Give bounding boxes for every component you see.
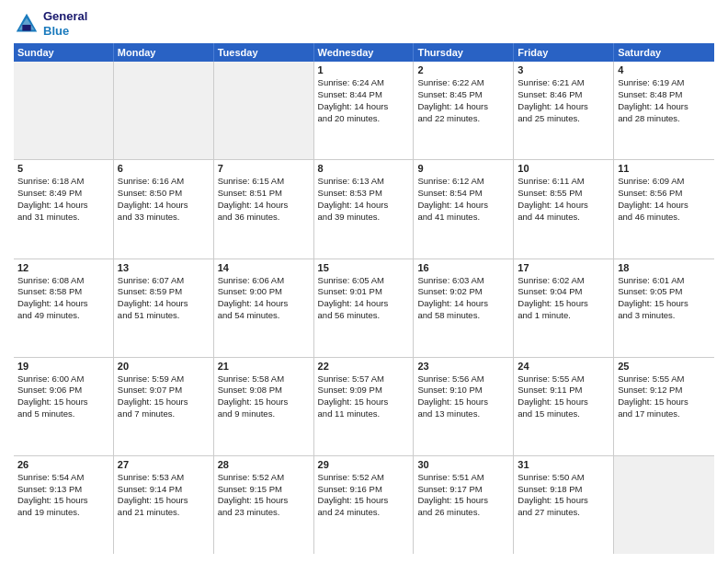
calendar-row: 5Sunrise: 6:18 AMSunset: 8:49 PMDaylight… [14,160,714,259]
cell-line: Sunset: 9:17 PM [417,484,509,496]
day-number: 15 [318,262,410,273]
cell-line: Sunset: 8:56 PM [618,188,711,200]
cell-line: Sunset: 9:08 PM [218,385,310,396]
cell-line: Daylight: 14 hours [118,298,210,310]
cell-line: Sunset: 8:58 PM [17,286,109,298]
calendar-cell [114,62,214,159]
day-number: 7 [218,163,310,174]
calendar-cell: 31Sunrise: 5:50 AMSunset: 9:18 PMDayligh… [514,456,614,554]
cell-line: Daylight: 14 hours [618,200,711,212]
cell-line: Sunset: 8:48 PM [618,89,711,101]
cell-line: Sunrise: 5:59 AM [118,373,210,385]
calendar-cell: 11Sunrise: 6:09 AMSunset: 8:56 PMDayligh… [614,160,714,258]
calendar-cell: 27Sunrise: 5:53 AMSunset: 9:14 PMDayligh… [114,456,214,554]
cell-line: Sunrise: 5:54 AM [17,472,109,484]
calendar-cell: 30Sunrise: 5:51 AMSunset: 9:17 PMDayligh… [414,456,514,554]
cell-line: Daylight: 15 hours [618,298,711,310]
cell-line: and 11 minutes. [318,408,410,420]
cell-line: Sunrise: 6:03 AM [417,275,509,287]
weekday-header: Wednesday [314,43,415,62]
cell-line: and 7 minutes. [118,408,210,420]
day-number: 13 [118,262,210,273]
calendar-cell: 29Sunrise: 5:52 AMSunset: 9:16 PMDayligh… [314,456,415,554]
cell-line: and 15 minutes. [518,408,609,420]
cell-line: Sunset: 8:50 PM [118,188,210,200]
calendar-cell: 20Sunrise: 5:59 AMSunset: 9:07 PMDayligh… [114,358,214,455]
calendar-cell [214,62,314,159]
cell-line: Sunset: 9:18 PM [518,484,609,496]
cell-line: Daylight: 14 hours [417,101,509,113]
cell-line: and 23 minutes. [218,507,310,519]
cell-line: and 22 minutes. [417,113,509,125]
cell-line: and 27 minutes. [518,507,609,519]
weekday-header: Monday [114,43,214,62]
day-number: 11 [618,163,711,174]
cell-line: and 36 minutes. [218,212,310,224]
cell-line: Daylight: 15 hours [17,495,109,507]
calendar-cell: 26Sunrise: 5:54 AMSunset: 9:13 PMDayligh… [14,456,114,554]
calendar-cell: 22Sunrise: 5:57 AMSunset: 9:09 PMDayligh… [314,358,415,455]
cell-line: Daylight: 14 hours [118,200,210,212]
calendar-cell: 3Sunrise: 6:21 AMSunset: 8:46 PMDaylight… [514,62,614,159]
day-number: 9 [417,163,509,174]
cell-line: Sunset: 9:12 PM [618,385,711,396]
day-number: 12 [17,262,109,273]
day-number: 25 [618,361,711,372]
calendar-row: 12Sunrise: 6:08 AMSunset: 8:58 PMDayligh… [14,259,714,358]
cell-line: Daylight: 14 hours [518,101,609,113]
calendar-body: 1Sunrise: 6:24 AMSunset: 8:44 PMDaylight… [14,62,714,554]
weekday-header: Sunday [14,43,114,62]
cell-line: and 46 minutes. [618,212,711,224]
cell-line: Daylight: 15 hours [518,495,609,507]
day-number: 10 [518,163,609,174]
cell-line: Daylight: 14 hours [318,298,410,310]
cell-line: Sunset: 9:04 PM [518,286,609,298]
header: General Blue [14,9,714,38]
calendar-cell: 24Sunrise: 5:55 AMSunset: 9:11 PMDayligh… [514,358,614,455]
cell-line: Sunset: 8:51 PM [218,188,310,200]
cell-line: and 24 minutes. [318,507,410,519]
logo: General Blue [14,9,87,38]
cell-line: Sunrise: 5:50 AM [518,472,609,484]
cell-line: Daylight: 15 hours [518,396,609,408]
day-number: 5 [17,163,109,174]
calendar-cell: 16Sunrise: 6:03 AMSunset: 9:02 PMDayligh… [414,259,514,357]
calendar-row: 1Sunrise: 6:24 AMSunset: 8:44 PMDaylight… [14,62,714,160]
cell-line: Daylight: 14 hours [417,298,509,310]
cell-line: Daylight: 15 hours [417,495,509,507]
svg-rect-2 [22,25,30,31]
day-number: 29 [318,459,410,470]
cell-line: and 39 minutes. [318,212,410,224]
day-number: 16 [417,262,509,273]
calendar: SundayMondayTuesdayWednesdayThursdayFrid… [14,43,714,554]
calendar-cell: 18Sunrise: 6:01 AMSunset: 9:05 PMDayligh… [614,259,714,357]
day-number: 3 [518,64,609,75]
cell-line: Daylight: 14 hours [17,298,109,310]
cell-line: Daylight: 15 hours [618,396,711,408]
cell-line: Sunrise: 6:15 AM [218,176,310,188]
cell-line: Sunset: 8:45 PM [417,89,509,101]
cell-line: Sunset: 9:01 PM [318,286,410,298]
cell-line: Sunrise: 5:58 AM [218,373,310,385]
cell-line: Sunset: 9:13 PM [17,484,109,496]
cell-line: Sunrise: 6:02 AM [518,275,609,287]
day-number: 23 [417,361,509,372]
cell-line: Sunrise: 5:53 AM [118,472,210,484]
cell-line: Sunset: 8:55 PM [518,188,609,200]
cell-line: Sunrise: 6:16 AM [118,176,210,188]
day-number: 1 [318,64,410,75]
logo-line2: Blue [43,24,69,38]
cell-line: and 25 minutes. [518,113,609,125]
day-number: 20 [118,361,210,372]
cell-line: Daylight: 14 hours [518,200,609,212]
cell-line: and 1 minute. [518,310,609,322]
calendar-row: 19Sunrise: 6:00 AMSunset: 9:06 PMDayligh… [14,358,714,456]
cell-line: Sunrise: 5:52 AM [318,472,410,484]
cell-line: Sunrise: 6:00 AM [17,373,109,385]
calendar-cell: 7Sunrise: 6:15 AMSunset: 8:51 PMDaylight… [214,160,314,258]
day-number: 19 [17,361,109,372]
cell-line: Daylight: 14 hours [318,200,410,212]
calendar-cell: 23Sunrise: 5:56 AMSunset: 9:10 PMDayligh… [414,358,514,455]
calendar-cell [614,456,714,554]
calendar-row: 26Sunrise: 5:54 AMSunset: 9:13 PMDayligh… [14,456,714,554]
